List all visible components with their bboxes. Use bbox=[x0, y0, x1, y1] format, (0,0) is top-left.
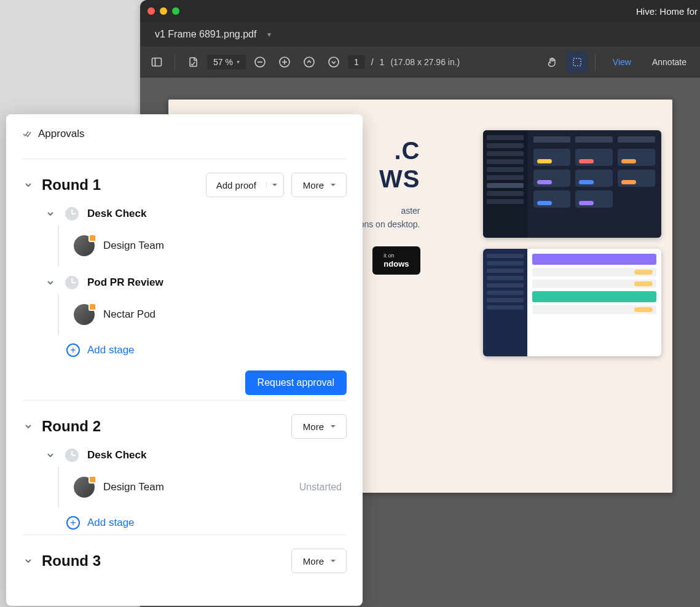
stage-toggle-icon[interactable] bbox=[44, 449, 57, 461]
toolbar-separator bbox=[595, 53, 596, 71]
page-up-button[interactable] bbox=[299, 52, 320, 72]
tab-dropdown-icon[interactable]: ▾ bbox=[267, 30, 271, 39]
hero-screenshots bbox=[483, 130, 661, 356]
zoom-out-button[interactable] bbox=[250, 52, 270, 72]
approval-stage: Desk CheckDesign TeamUnstarted bbox=[22, 448, 347, 507]
total-pages: 1 bbox=[380, 57, 385, 67]
stage-toggle-icon[interactable] bbox=[44, 208, 57, 220]
page-dimensions: (17.08 x 27.96 in.) bbox=[390, 57, 460, 67]
avatar bbox=[74, 235, 95, 256]
zoom-window-button[interactable] bbox=[172, 7, 179, 15]
minimize-window-button[interactable] bbox=[160, 7, 167, 15]
round-more-button[interactable]: More bbox=[291, 173, 347, 197]
pan-tool-button[interactable] bbox=[542, 52, 563, 72]
approval-stage: Desk CheckDesign Team bbox=[22, 207, 347, 266]
approval-stage: Pod PR ReviewNectar Pod bbox=[22, 276, 347, 335]
round-toggle-icon[interactable] bbox=[22, 555, 34, 567]
more-dropdown-icon bbox=[330, 558, 336, 564]
close-window-button[interactable] bbox=[147, 7, 155, 15]
save-document-button[interactable] bbox=[183, 52, 203, 72]
reviewer-name: Design Team bbox=[103, 481, 164, 493]
toolbar-separator bbox=[175, 53, 175, 71]
reviewer-row[interactable]: Nectar Pod bbox=[74, 298, 347, 331]
pdf-toolbar: 57 % ▾ 1 / 1 (17.08 x 27.96 in.) View bbox=[140, 47, 700, 77]
zoom-value: 57 % bbox=[213, 57, 233, 67]
download-button[interactable]: it on ndows bbox=[372, 246, 420, 275]
page-down-button[interactable] bbox=[323, 52, 344, 72]
round-more-button[interactable]: More bbox=[291, 549, 347, 573]
reviewers-list: Design Team bbox=[58, 225, 347, 266]
title-bar: Hive: Home for bbox=[140, 0, 700, 22]
panel-title: Approvals bbox=[38, 128, 85, 140]
svg-rect-9 bbox=[573, 58, 581, 66]
document-tab[interactable]: v1 Frame 6891.png.pdf bbox=[155, 29, 256, 40]
reviewer-status: Unstarted bbox=[299, 482, 347, 493]
pending-clock-icon bbox=[65, 448, 79, 462]
plus-circle-icon: + bbox=[66, 343, 80, 357]
svg-rect-0 bbox=[152, 58, 162, 66]
svg-point-7 bbox=[304, 57, 314, 67]
avatar-badge-icon bbox=[88, 476, 96, 484]
reviewers-list: Design TeamUnstarted bbox=[58, 467, 347, 507]
stage-title: Pod PR Review bbox=[87, 276, 163, 289]
avatar-badge-icon bbox=[88, 303, 96, 311]
view-mode-tab[interactable]: View bbox=[603, 57, 641, 67]
annotate-mode-tab[interactable]: Annotate bbox=[645, 57, 694, 67]
zoom-in-button[interactable] bbox=[274, 52, 295, 72]
app-screenshot-dark bbox=[483, 130, 661, 238]
round-title: Round 2 bbox=[42, 418, 101, 435]
zoom-dropdown-icon: ▾ bbox=[237, 58, 240, 65]
round-title: Round 1 bbox=[42, 176, 101, 194]
traffic-lights bbox=[147, 7, 179, 15]
window-title: Hive: Home for bbox=[636, 6, 700, 17]
approvals-panel: Approvals Round 1Add proofMoreDesk Check… bbox=[6, 114, 363, 606]
avatar bbox=[74, 304, 95, 325]
request-approval-button[interactable]: Request approval bbox=[245, 370, 347, 395]
selection-tool-button[interactable] bbox=[567, 52, 588, 72]
panel-header: Approvals bbox=[22, 128, 347, 154]
pending-clock-icon bbox=[65, 276, 79, 289]
page-indicator: 1 / 1 bbox=[348, 55, 384, 69]
reviewer-row[interactable]: Design TeamUnstarted bbox=[74, 471, 347, 504]
stage-title: Desk Check bbox=[87, 208, 146, 220]
sidebar-toggle-button[interactable] bbox=[146, 52, 167, 72]
round-more-button[interactable]: More bbox=[291, 414, 347, 439]
add-proof-dropdown-icon[interactable] bbox=[266, 182, 283, 188]
avatar bbox=[74, 477, 95, 498]
current-page-input[interactable]: 1 bbox=[348, 55, 365, 69]
reviewers-list: Nectar Pod bbox=[58, 294, 347, 335]
approval-round: Round 3More bbox=[22, 535, 347, 573]
avatar-badge-icon bbox=[88, 234, 96, 242]
round-toggle-icon[interactable] bbox=[22, 179, 34, 191]
page-separator: / bbox=[371, 57, 374, 67]
round-title: Round 3 bbox=[42, 552, 101, 570]
svg-point-8 bbox=[329, 57, 339, 67]
app-screenshot-light bbox=[483, 249, 661, 356]
pending-clock-icon bbox=[65, 207, 79, 221]
add-stage-button[interactable]: +Add stage bbox=[66, 343, 347, 357]
more-dropdown-icon bbox=[330, 182, 336, 188]
stage-toggle-icon[interactable] bbox=[44, 276, 57, 289]
reviewer-row[interactable]: Design Team bbox=[74, 229, 347, 262]
approvals-icon bbox=[22, 129, 32, 139]
round-toggle-icon[interactable] bbox=[22, 420, 34, 433]
reviewer-name: Design Team bbox=[103, 240, 164, 252]
approval-round: Round 1Add proofMoreDesk CheckDesign Tea… bbox=[22, 159, 347, 395]
document-tab-strip: v1 Frame 6891.png.pdf ▾ bbox=[140, 22, 700, 47]
approval-round: Round 2MoreDesk CheckDesign TeamUnstarte… bbox=[22, 400, 347, 530]
plus-circle-icon: + bbox=[66, 516, 80, 530]
stage-title: Desk Check bbox=[87, 449, 146, 461]
reviewer-name: Nectar Pod bbox=[103, 308, 155, 321]
more-dropdown-icon bbox=[330, 423, 336, 429]
add-stage-button[interactable]: +Add stage bbox=[66, 516, 347, 530]
add-proof-button[interactable]: Add proof bbox=[206, 173, 284, 197]
zoom-level-control[interactable]: 57 % ▾ bbox=[207, 55, 246, 69]
